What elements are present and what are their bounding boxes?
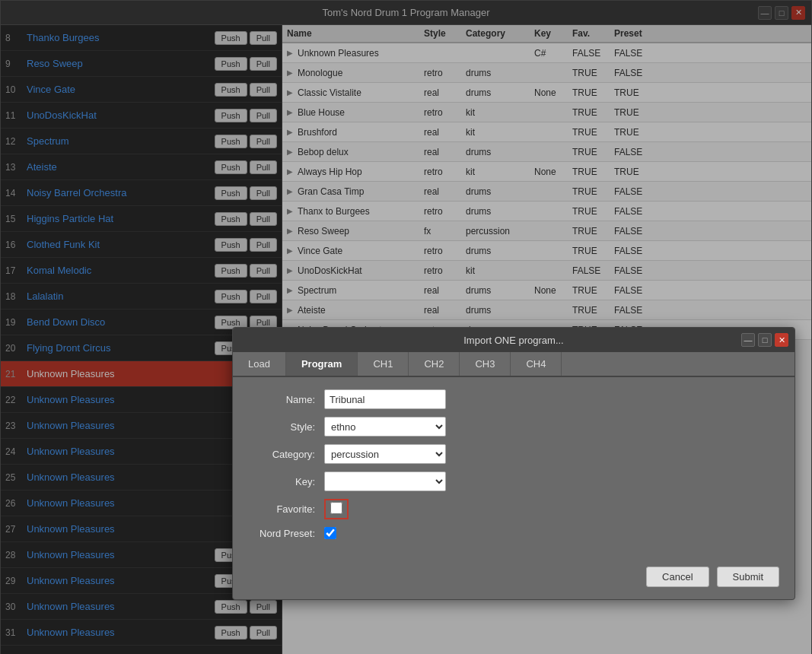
category-row: Category: percussion drums kit — [248, 444, 779, 464]
name-input[interactable] — [324, 389, 446, 409]
favorite-row: Favorite: — [248, 499, 779, 519]
modal-tab-ch4[interactable]: CH4 — [511, 352, 562, 376]
favorite-label: Favorite: — [248, 503, 324, 515]
favorite-checkbox[interactable] — [330, 502, 342, 514]
modal-tabs: LoadProgramCH1CH2CH3CH4 — [233, 352, 794, 377]
modal-maximize-button[interactable]: □ — [758, 333, 772, 347]
modal-tab-ch2[interactable]: CH2 — [409, 352, 460, 376]
nord-preset-row: Nord Preset: — [248, 527, 779, 539]
modal-controls: — □ ✕ — [741, 333, 788, 347]
category-label: Category: — [248, 449, 324, 460]
favorite-outline — [324, 499, 349, 519]
nord-preset-checkbox[interactable] — [324, 527, 336, 539]
style-row: Style: ethno retro real fx — [248, 417, 779, 437]
modal-close-button[interactable]: ✕ — [775, 333, 788, 347]
modal-tab-program[interactable]: Program — [286, 352, 358, 376]
key-select[interactable]: C# None — [324, 471, 446, 491]
style-select[interactable]: ethno retro real fx — [324, 417, 446, 437]
modal-tab-load[interactable]: Load — [233, 352, 286, 376]
style-label: Style: — [248, 421, 324, 433]
nord-preset-label: Nord Preset: — [248, 528, 324, 539]
cancel-button[interactable]: Cancel — [646, 567, 709, 587]
key-label: Key: — [248, 476, 324, 487]
modal-title-bar: Import ONE program... — □ ✕ — [233, 328, 794, 352]
name-label: Name: — [248, 394, 324, 405]
modal-tab-ch3[interactable]: CH3 — [460, 352, 511, 376]
name-row: Name: — [248, 389, 779, 409]
modal-minimize-button[interactable]: — — [741, 333, 755, 347]
modal-tab-ch1[interactable]: CH1 — [358, 352, 409, 376]
modal-title: Import ONE program... — [463, 335, 563, 346]
modal-footer: Cancel Submit — [233, 559, 794, 599]
key-row: Key: C# None — [248, 471, 779, 491]
import-dialog: Import ONE program... — □ ✕ LoadProgramC… — [232, 327, 795, 600]
modal-body: Name: Style: ethno retro real fx Categor… — [233, 377, 794, 559]
submit-button[interactable]: Submit — [717, 567, 779, 587]
category-select[interactable]: percussion drums kit — [324, 444, 446, 464]
